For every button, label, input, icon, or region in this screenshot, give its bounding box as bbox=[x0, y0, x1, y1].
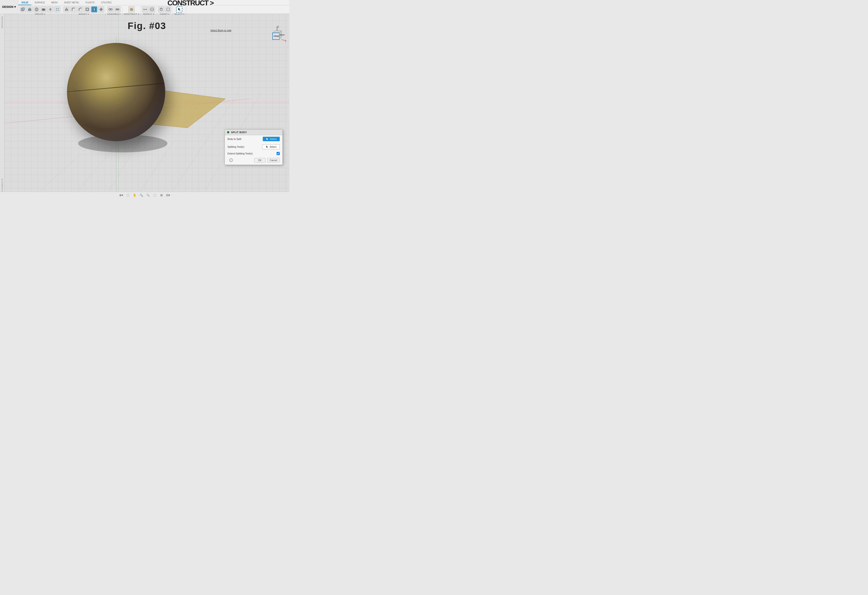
svg-point-35 bbox=[151, 8, 154, 11]
panel-footer: i OK Cancel bbox=[225, 156, 282, 163]
body-to-split-select-button[interactable]: Select bbox=[263, 137, 280, 141]
construct-section: CONSTRUCT ▾ bbox=[123, 6, 141, 16]
svg-text:i: i bbox=[230, 159, 231, 161]
split-panel-header: SPLIT BODY bbox=[225, 130, 282, 135]
grid-icon[interactable]: ⊞ bbox=[159, 193, 164, 197]
section-analysis-icon[interactable] bbox=[149, 6, 155, 12]
svg-rect-2 bbox=[28, 9, 31, 11]
body-to-split-row: Body to Split Select bbox=[225, 135, 282, 143]
shell-icon[interactable] bbox=[84, 6, 90, 12]
cursor-icon-outline bbox=[266, 145, 268, 148]
cursor-icon-in-button bbox=[266, 138, 269, 140]
viewport: Fig. #03 Select Body to split Z FRONT bbox=[4, 14, 289, 192]
svg-rect-29 bbox=[116, 9, 117, 10]
canvas-icon[interactable] bbox=[165, 6, 171, 12]
joint-icon[interactable] bbox=[108, 6, 114, 12]
svg-rect-15 bbox=[65, 9, 68, 10]
select-icon[interactable] bbox=[176, 6, 182, 12]
coordinate-icon[interactable]: ⊕▾ bbox=[119, 193, 124, 197]
tab-sheet-metal[interactable]: SHEET METAL bbox=[61, 0, 83, 5]
sphere-container bbox=[67, 43, 165, 141]
ok-button[interactable]: OK bbox=[254, 158, 266, 163]
splitting-tools-select-button[interactable]: Select bbox=[262, 144, 280, 149]
panel-status-dot bbox=[227, 131, 229, 133]
more-display-icon[interactable]: ⊟▾ bbox=[166, 193, 170, 197]
svg-point-13 bbox=[56, 10, 57, 11]
splitting-tools-label: Splitting Tool(s) bbox=[227, 145, 261, 148]
fillet-icon[interactable] bbox=[70, 6, 77, 12]
toolbar: DESIGN ▾ SOLID SURFACE MESH SHEET METAL … bbox=[0, 0, 289, 14]
as-built-joint-icon[interactable] bbox=[114, 6, 121, 12]
extend-checkbox[interactable] bbox=[277, 152, 280, 155]
svg-rect-1 bbox=[22, 8, 24, 10]
comments-label[interactable]: COMMENTS bbox=[1, 178, 3, 192]
create-label: CREATE ▾ bbox=[35, 13, 45, 16]
3d-sphere[interactable] bbox=[67, 43, 165, 141]
move-icon[interactable] bbox=[98, 6, 104, 12]
tab-solid[interactable]: SOLID bbox=[18, 0, 31, 5]
split-body-toolbar-icon[interactable] bbox=[91, 6, 97, 12]
svg-point-12 bbox=[58, 8, 59, 9]
svg-marker-9 bbox=[49, 9, 50, 10]
design-button[interactable]: DESIGN ▾ bbox=[0, 0, 18, 13]
view-cube[interactable]: Z FRONT RIGHT X bbox=[267, 25, 285, 43]
assemble-label: ASSEMBLE ▾ bbox=[107, 13, 121, 16]
status-bar: ⊕▾ ⬚ ✋ 🔍 🔍 ⬚ ⊞ ⊟▾ bbox=[0, 192, 289, 198]
svg-text:RIGHT: RIGHT bbox=[280, 34, 285, 36]
view-display-icon[interactable]: ⬚ bbox=[152, 193, 157, 197]
design-label: DESIGN bbox=[2, 5, 13, 9]
svg-marker-31 bbox=[130, 8, 133, 11]
modify-section: MODIFY ▾ bbox=[62, 6, 106, 16]
figure-title: Fig. #03 bbox=[128, 21, 166, 31]
inspect-label: INSPECT ▾ bbox=[143, 13, 154, 16]
extend-splitting-tools-label: Extend Splitting Tool(s) bbox=[227, 152, 275, 155]
extrude-icon[interactable] bbox=[27, 6, 33, 12]
svg-point-14 bbox=[58, 10, 59, 11]
insert-icon[interactable] bbox=[158, 6, 164, 12]
tab-mesh[interactable]: MESH bbox=[48, 0, 61, 5]
svg-rect-30 bbox=[118, 9, 119, 10]
display-icon[interactable]: ⬚ bbox=[126, 193, 130, 197]
select-label: SELECT ▾ bbox=[174, 13, 185, 16]
select-section: SELECT ▾ bbox=[173, 6, 186, 16]
zoom-in-icon[interactable]: 🔍 bbox=[139, 193, 143, 197]
panel-title: SPLIT BODY bbox=[231, 131, 247, 133]
inspect-section: INSPECT ▾ bbox=[141, 6, 157, 16]
svg-marker-17 bbox=[66, 7, 67, 8]
modify-label: MODIFY ▾ bbox=[78, 13, 89, 16]
create-section: CREATE ▾ bbox=[18, 6, 62, 16]
hole-icon[interactable] bbox=[40, 6, 47, 12]
chamfer-icon[interactable] bbox=[77, 6, 84, 12]
insert-label: INSERT ▾ bbox=[160, 13, 170, 16]
browser-label[interactable]: BROWSER bbox=[1, 16, 3, 28]
extend-splitting-tools-row: Extend Splitting Tool(s) bbox=[225, 151, 282, 156]
info-icon[interactable]: i bbox=[227, 157, 235, 163]
tab-utilities[interactable]: UTILITIES bbox=[98, 0, 115, 5]
new-component-icon[interactable] bbox=[20, 6, 26, 12]
hint-text[interactable]: Select Body to split bbox=[210, 29, 231, 32]
mirror-icon[interactable] bbox=[47, 6, 53, 12]
svg-rect-19 bbox=[87, 9, 88, 10]
insert-section: INSERT ▾ bbox=[157, 6, 173, 16]
construct-label: CONSTRUCT ▾ bbox=[124, 13, 139, 16]
view-cube-svg[interactable]: Z FRONT RIGHT X bbox=[267, 25, 287, 45]
svg-rect-18 bbox=[86, 8, 89, 11]
revolve-icon[interactable] bbox=[34, 6, 40, 12]
svg-marker-42 bbox=[178, 8, 181, 11]
measure-icon[interactable] bbox=[142, 6, 148, 12]
tab-plastic[interactable]: PLASTIC bbox=[83, 0, 98, 5]
svg-point-11 bbox=[56, 8, 57, 9]
tab-surface[interactable]: SURFACE bbox=[31, 0, 48, 5]
svg-point-5 bbox=[36, 8, 37, 11]
svg-text:Z: Z bbox=[278, 26, 279, 28]
pattern-icon[interactable] bbox=[54, 6, 61, 12]
svg-text:X: X bbox=[285, 40, 286, 43]
svg-point-7 bbox=[43, 9, 44, 10]
cancel-button[interactable]: Cancel bbox=[267, 158, 280, 163]
zoom-out-icon[interactable]: 🔍 bbox=[146, 193, 150, 197]
left-sidebar: BROWSER COMMENTS bbox=[0, 14, 4, 192]
splitting-tools-row: Splitting Tool(s) Select bbox=[225, 143, 282, 151]
pan-icon[interactable]: ✋ bbox=[132, 193, 137, 197]
construct-plane-icon[interactable] bbox=[128, 6, 134, 12]
press-pull-icon[interactable] bbox=[63, 6, 69, 12]
